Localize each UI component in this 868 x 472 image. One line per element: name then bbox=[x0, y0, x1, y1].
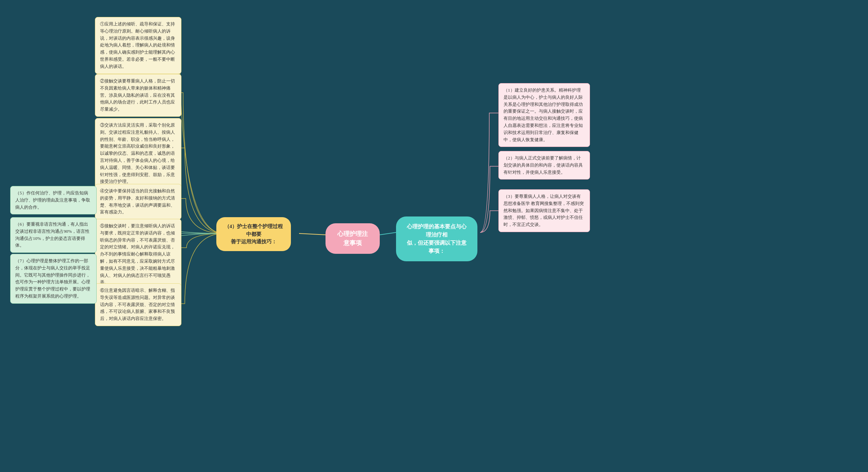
center-node: 心理护理注意事项 bbox=[326, 223, 380, 254]
bottom-left-node-6: （6）要重视非语言性沟通，有人指出交谈过程非语言性沟通占90%，语言性沟通仅占1… bbox=[10, 217, 97, 253]
left-sub-node-6: ⑥注意避免因言语暗示、解释含糊、指导失误等造成医源性问题。对异常的谈话内容，不可… bbox=[95, 283, 181, 326]
svg-line-0 bbox=[299, 233, 326, 235]
bottom-left-node-7: （7）心理护理是整体护理工作的一部分，体现在护士与病人交往的举手投足间。它既可与… bbox=[10, 254, 97, 304]
right-sub-node-3: （3）要尊重病人人格，让病人对交谈有思想准备医学 教育网搜集整理，不感到突然和勉… bbox=[498, 189, 590, 232]
left-sub-node-2: ②接触交谈要尊重病人人格，防止一切不良因素给病人带来的躯体和精神痛苦。涉及病人隐… bbox=[95, 74, 181, 117]
bottom-left-node-5: （5）作任何治疗、护理，均应告知病人治疗、护理的理由及注意事项，争取病人的合作。 bbox=[10, 186, 97, 214]
right-sub-node-1: （1）建立良好的护患关系。精神科护理是以病人为中心，护士与病人的良好人际关系是心… bbox=[498, 83, 590, 147]
left-sub-node-4: ④交谈中要保持适当的目光接触和自然的姿势，用平静、友好和接纳的方式清楚、有序地交… bbox=[95, 184, 181, 220]
left-sub-node-1: ①应用上述的倾听、疏导和保证、支持等心理治疗原则。耐心倾听病人的诉说，对谈话的内… bbox=[95, 17, 181, 74]
left-sub-node-5: ⑤接触交谈时，要注意倾听病人的诉话与要求，既持定正常的谈话内容，也倾听病态的异常… bbox=[95, 219, 181, 290]
svg-line-1 bbox=[380, 232, 396, 235]
left-main-node: （4）护士在整个护理过程中都要 善于运用沟通技巧： bbox=[216, 217, 291, 251]
mindmap-container: 心理护理注意事项 （4）护士在整个护理过程中都要 善于运用沟通技巧： 心理护理的… bbox=[0, 0, 868, 472]
right-sub-node-2: （2）与病人正式交谈前要了解病情，计划交谈的具体目的和内容，使谈话内容具有针对性… bbox=[498, 151, 590, 180]
left-sub-node-3: ③交谈方法应灵活实用，采取个别化原则。交谈过程应注意礼貌待人、按病人的性别、年龄… bbox=[95, 118, 181, 189]
right-main-node: 心理护理的基本要点与心理治疗相 似，但还要强调以下注意事项： bbox=[396, 216, 477, 261]
